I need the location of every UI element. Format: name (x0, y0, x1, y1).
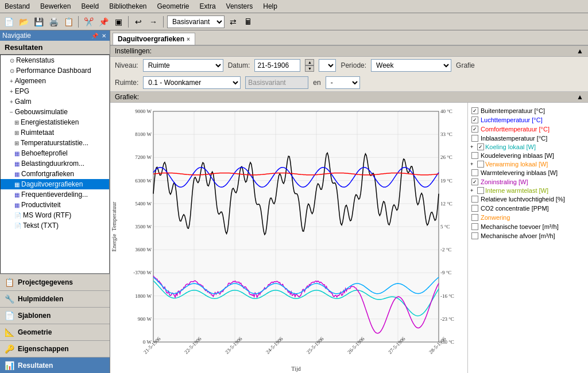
datum-spin-down[interactable]: ▼ (305, 65, 314, 72)
datum-dropdown[interactable] (319, 59, 336, 72)
menu-geometrie[interactable]: Geometrie (155, 1, 192, 11)
legend-check-1[interactable]: ✓ (471, 116, 478, 123)
periode-dropdown[interactable]: Week (371, 59, 451, 72)
nav-item-gebouw[interactable]: − Gebouwsimulatie (1, 107, 109, 117)
nav-bottom-result[interactable]: 📊 Resultaten (0, 357, 110, 373)
nav-item-behoefte[interactable]: ▦ Behoefteprofiel (1, 148, 109, 158)
toolbar-arrow[interactable]: → (147, 15, 160, 28)
legend-check-7[interactable] (471, 169, 478, 176)
nav-item-epg[interactable]: + EPG (1, 86, 109, 96)
menu-vensters[interactable]: Vensters (224, 1, 256, 11)
datum-label: Datum: (228, 61, 250, 69)
nav-label-comfort: Comfortgrafieken (21, 170, 74, 178)
menu-extra[interactable]: Extra (198, 1, 218, 11)
nav-item-comfort[interactable]: ▦ Comfortgrafieken (1, 169, 109, 179)
nav-item-performance[interactable]: ⊙ Performance Dashboard (1, 65, 109, 76)
legend-check-9[interactable] (477, 187, 484, 194)
toolbar-copy[interactable]: 📋 (62, 15, 75, 28)
nav-bottom-eig[interactable]: 🔑 Eigenschappen (0, 340, 110, 357)
nav-item-energie[interactable]: ⊞ Energiestatistieken (1, 117, 109, 127)
legend-expand-icon[interactable]: + (470, 144, 476, 150)
toolbar-print[interactable]: 🖨️ (47, 15, 60, 28)
menu-bewerken[interactable]: Bewerken (38, 1, 73, 11)
toolbar-undo[interactable]: ↩ (132, 15, 145, 28)
ruimte-dropdown[interactable]: 0.1 - Woonkamer (143, 76, 241, 89)
nav-bottom-sjab[interactable]: 📄 Sjablonen (0, 307, 110, 324)
nav-item-prod[interactable]: ▦ Productiviteit (1, 200, 109, 210)
toolbar-paste[interactable]: 📌 (97, 15, 110, 28)
tab-daguitvoer[interactable]: Daguitvoergrafieken × (113, 33, 195, 45)
content-area: Daguitvoergrafieken × Instellingen: ▲ Ni… (110, 30, 588, 373)
legend-expand-icon[interactable]: + (470, 161, 476, 167)
graph-header[interactable]: Grafiek: ▲ (110, 92, 588, 103)
tab-close-btn[interactable]: × (187, 36, 190, 42)
nav-tree: ⊙ Rekenstatus ⊙ Performance Dashboard + … (0, 55, 110, 274)
toolbar-calc[interactable]: 🖩 (242, 15, 254, 28)
legend-expand-icon[interactable]: + (470, 188, 476, 193)
toolbar-b1[interactable]: ▣ (112, 15, 125, 28)
nav-item-msword[interactable]: 📄 MS Word (RTF) (1, 210, 109, 220)
legend-check-10[interactable] (471, 196, 478, 203)
nav-close-btn[interactable]: ✕ (100, 33, 107, 39)
settings-header[interactable]: Instellingen: ▲ (110, 46, 588, 57)
variant-input[interactable] (245, 76, 308, 89)
tekst-icon: 📄 (14, 223, 21, 229)
nav-item-ruimte[interactable]: ⊞ Ruimtetaat (1, 127, 109, 138)
legend-check-0[interactable]: ✓ (471, 107, 478, 114)
dash-dropdown[interactable]: - (326, 76, 360, 89)
legend-check-13[interactable] (471, 223, 478, 230)
algemeen-expand-icon: + (10, 78, 13, 84)
nav-bottom-geom[interactable]: 📐 Geometrie (0, 324, 110, 340)
nav-bottom-label-result: Resultaten (18, 362, 53, 370)
menu-help[interactable]: Help (261, 1, 280, 11)
legend-check-11[interactable] (471, 205, 478, 212)
legend-check-14[interactable] (471, 232, 478, 239)
toolbar-share[interactable]: ⇄ (227, 15, 239, 28)
nav-bottom-project[interactable]: 📋 Projectgegevens (0, 274, 110, 290)
menu-bibliotheken[interactable]: Bibliotheken (107, 1, 149, 11)
toolbar-variant-combo[interactable]: Basisvariant (167, 15, 225, 28)
legend-check-12[interactable] (471, 214, 478, 221)
nav-item-temp[interactable]: ⊞ Temperatuurstatistie... (1, 138, 109, 148)
result-icon: 📊 (5, 361, 14, 370)
ruimte-label: Ruimte: (115, 79, 138, 87)
nav-bottom-label-sjab: Sjablonen (18, 312, 51, 320)
nav-item-algemeen[interactable]: + Algemeen (1, 76, 109, 86)
nav-item-daguitvoer[interactable]: ▦ Daguitvoergrafieken (1, 179, 109, 189)
sjab-icon: 📄 (5, 311, 14, 320)
nav-item-tekst[interactable]: 📄 Tekst (TXT) (1, 220, 109, 231)
toolbar-cut[interactable]: ✂️ (82, 15, 95, 28)
toolbar-open[interactable]: 📂 (17, 15, 30, 28)
toolbar-new[interactable]: 📄 (2, 15, 15, 28)
legend-check-3[interactable] (471, 135, 478, 142)
toolbar-save[interactable]: 💾 (32, 15, 45, 28)
nav-bottom-hulp[interactable]: 🔧 Hulpmiddelen (0, 290, 110, 307)
gebouw-expand-icon: − (10, 109, 13, 115)
datum-spin-up[interactable]: ▲ (305, 59, 314, 65)
nav-pin-btn[interactable]: 📌 (90, 33, 99, 39)
temp-icon: ⊞ (14, 140, 19, 146)
nav-item-freq[interactable]: ▦ Frequentieverdeling... (1, 189, 109, 200)
legend-check-4[interactable]: ✓ (477, 143, 484, 150)
legend-check-8[interactable]: ✓ (471, 178, 478, 185)
legend-check-6[interactable] (477, 161, 484, 168)
legend-item-8: ✓ Zoninstraling [W] (470, 177, 586, 187)
energie-icon: ⊞ (14, 119, 19, 126)
settings-row1: Niveau: Ruimte Datum: ▲ ▼ Periode: (110, 57, 588, 74)
rekenstatus-icon: ⊙ (10, 57, 14, 64)
epg-expand-icon: + (10, 88, 13, 95)
legend-check-5[interactable] (471, 152, 478, 159)
nav-item-belasting[interactable]: ▦ Belastingduurkrom... (1, 158, 109, 169)
legend-check-2[interactable]: ✓ (471, 126, 478, 133)
nav-item-galm[interactable]: + Galm (1, 96, 109, 107)
niveau-dropdown[interactable]: Ruimte (143, 59, 223, 72)
graph-section: Grafiek: ▲ ✓ Buitentemperatuur [°C]✓ Luc… (110, 92, 588, 373)
menu-bestand[interactable]: Bestand (2, 1, 32, 11)
legend-item-5: Koudelevering inblaas [W] (470, 151, 586, 160)
nav-label-epg: EPG (15, 87, 29, 95)
legend-label-14: Mechanische afvoer [m³/h] (481, 232, 555, 239)
nav-label-temp: Temperatuurstatistie... (21, 139, 88, 147)
nav-item-rekenstatus[interactable]: ⊙ Rekenstatus (1, 55, 109, 65)
datum-input[interactable] (254, 59, 300, 72)
menu-beeld[interactable]: Beeld (79, 1, 101, 11)
